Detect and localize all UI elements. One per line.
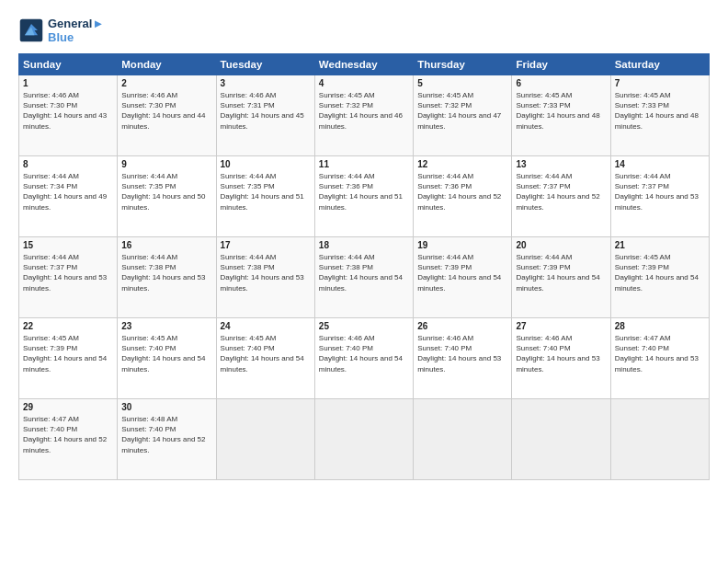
day-number: 4 bbox=[319, 78, 409, 88]
day-cell: 3Sunrise: 4:46 AMSunset: 7:31 PMDaylight… bbox=[216, 75, 314, 156]
day-info: Sunrise: 4:44 AMSunset: 7:37 PMDaylight:… bbox=[516, 171, 606, 213]
day-info: Sunrise: 4:46 AMSunset: 7:40 PMDaylight:… bbox=[417, 333, 507, 374]
day-cell: 2Sunrise: 4:46 AMSunset: 7:30 PMDaylight… bbox=[118, 75, 216, 156]
day-number: 8 bbox=[23, 159, 113, 169]
day-cell bbox=[314, 399, 413, 480]
day-number: 30 bbox=[121, 402, 211, 412]
day-cell: 27Sunrise: 4:46 AMSunset: 7:40 PMDayligh… bbox=[512, 318, 610, 399]
day-number: 11 bbox=[319, 159, 409, 169]
header-cell-friday: Friday bbox=[512, 54, 610, 75]
day-number: 10 bbox=[221, 159, 311, 169]
day-cell bbox=[512, 399, 610, 480]
day-cell bbox=[216, 399, 314, 480]
day-number: 17 bbox=[221, 240, 311, 250]
day-info: Sunrise: 4:44 AMSunset: 7:35 PMDaylight:… bbox=[121, 171, 211, 213]
day-cell: 18Sunrise: 4:44 AMSunset: 7:38 PMDayligh… bbox=[314, 237, 413, 318]
day-info: Sunrise: 4:44 AMSunset: 7:38 PMDaylight:… bbox=[121, 252, 211, 293]
day-info: Sunrise: 4:44 AMSunset: 7:36 PMDaylight:… bbox=[319, 171, 409, 213]
day-info: Sunrise: 4:48 AMSunset: 7:40 PMDaylight:… bbox=[121, 414, 211, 455]
day-number: 1 bbox=[23, 78, 113, 88]
day-number: 9 bbox=[121, 159, 211, 169]
day-info: Sunrise: 4:45 AMSunset: 7:33 PMDaylight:… bbox=[516, 90, 606, 132]
day-info: Sunrise: 4:46 AMSunset: 7:40 PMDaylight:… bbox=[516, 333, 606, 374]
day-cell: 21Sunrise: 4:45 AMSunset: 7:39 PMDayligh… bbox=[610, 237, 709, 318]
day-cell: 22Sunrise: 4:45 AMSunset: 7:39 PMDayligh… bbox=[19, 318, 118, 399]
day-number: 7 bbox=[615, 78, 705, 88]
day-number: 18 bbox=[319, 240, 409, 250]
header-cell-tuesday: Tuesday bbox=[216, 54, 314, 75]
day-info: Sunrise: 4:44 AMSunset: 7:35 PMDaylight:… bbox=[221, 171, 311, 213]
day-cell: 9Sunrise: 4:44 AMSunset: 7:35 PMDaylight… bbox=[118, 156, 216, 237]
day-info: Sunrise: 4:45 AMSunset: 7:40 PMDaylight:… bbox=[221, 333, 311, 374]
logo: General► Blue bbox=[18, 17, 104, 44]
day-number: 22 bbox=[23, 321, 113, 331]
day-cell: 13Sunrise: 4:44 AMSunset: 7:37 PMDayligh… bbox=[512, 156, 610, 237]
day-info: Sunrise: 4:47 AMSunset: 7:40 PMDaylight:… bbox=[615, 333, 705, 374]
day-cell: 6Sunrise: 4:45 AMSunset: 7:33 PMDaylight… bbox=[512, 75, 610, 156]
day-cell: 5Sunrise: 4:45 AMSunset: 7:32 PMDaylight… bbox=[414, 75, 512, 156]
day-number: 20 bbox=[516, 240, 606, 250]
day-number: 14 bbox=[615, 159, 705, 169]
day-cell: 12Sunrise: 4:44 AMSunset: 7:36 PMDayligh… bbox=[414, 156, 512, 237]
day-number: 28 bbox=[615, 321, 705, 331]
day-cell: 28Sunrise: 4:47 AMSunset: 7:40 PMDayligh… bbox=[610, 318, 709, 399]
day-cell: 1Sunrise: 4:46 AMSunset: 7:30 PMDaylight… bbox=[19, 75, 118, 156]
week-row-5: 29Sunrise: 4:47 AMSunset: 7:40 PMDayligh… bbox=[19, 399, 710, 480]
day-cell: 29Sunrise: 4:47 AMSunset: 7:40 PMDayligh… bbox=[19, 399, 118, 480]
day-cell: 23Sunrise: 4:45 AMSunset: 7:40 PMDayligh… bbox=[118, 318, 216, 399]
day-info: Sunrise: 4:45 AMSunset: 7:39 PMDaylight:… bbox=[615, 252, 705, 293]
day-number: 5 bbox=[417, 78, 507, 88]
day-cell: 25Sunrise: 4:46 AMSunset: 7:40 PMDayligh… bbox=[314, 318, 413, 399]
header-cell-thursday: Thursday bbox=[414, 54, 512, 75]
day-number: 6 bbox=[516, 78, 606, 88]
day-number: 24 bbox=[221, 321, 311, 331]
day-cell: 30Sunrise: 4:48 AMSunset: 7:40 PMDayligh… bbox=[118, 399, 216, 480]
day-info: Sunrise: 4:44 AMSunset: 7:38 PMDaylight:… bbox=[221, 252, 311, 293]
day-cell: 4Sunrise: 4:45 AMSunset: 7:32 PMDaylight… bbox=[314, 75, 413, 156]
day-info: Sunrise: 4:46 AMSunset: 7:31 PMDaylight:… bbox=[221, 90, 311, 132]
day-cell: 26Sunrise: 4:46 AMSunset: 7:40 PMDayligh… bbox=[414, 318, 512, 399]
week-row-1: 1Sunrise: 4:46 AMSunset: 7:30 PMDaylight… bbox=[19, 75, 710, 156]
day-number: 12 bbox=[417, 159, 507, 169]
day-cell: 11Sunrise: 4:44 AMSunset: 7:36 PMDayligh… bbox=[314, 156, 413, 237]
day-cell: 15Sunrise: 4:44 AMSunset: 7:37 PMDayligh… bbox=[19, 237, 118, 318]
day-number: 25 bbox=[319, 321, 409, 331]
day-info: Sunrise: 4:45 AMSunset: 7:39 PMDaylight:… bbox=[23, 333, 113, 374]
calendar-table: SundayMondayTuesdayWednesdayThursdayFrid… bbox=[18, 53, 710, 480]
day-info: Sunrise: 4:44 AMSunset: 7:37 PMDaylight:… bbox=[615, 171, 705, 213]
header-cell-wednesday: Wednesday bbox=[314, 54, 413, 75]
day-cell: 8Sunrise: 4:44 AMSunset: 7:34 PMDaylight… bbox=[19, 156, 118, 237]
day-info: Sunrise: 4:45 AMSunset: 7:32 PMDaylight:… bbox=[319, 90, 409, 132]
logo-icon bbox=[18, 17, 44, 43]
day-info: Sunrise: 4:44 AMSunset: 7:39 PMDaylight:… bbox=[417, 252, 507, 293]
calendar-header-row: SundayMondayTuesdayWednesdayThursdayFrid… bbox=[19, 54, 710, 75]
day-info: Sunrise: 4:44 AMSunset: 7:38 PMDaylight:… bbox=[319, 252, 409, 293]
day-info: Sunrise: 4:44 AMSunset: 7:39 PMDaylight:… bbox=[516, 252, 606, 293]
day-cell: 16Sunrise: 4:44 AMSunset: 7:38 PMDayligh… bbox=[118, 237, 216, 318]
header-cell-sunday: Sunday bbox=[19, 54, 118, 75]
day-number: 15 bbox=[23, 240, 113, 250]
day-info: Sunrise: 4:45 AMSunset: 7:32 PMDaylight:… bbox=[417, 90, 507, 132]
day-info: Sunrise: 4:44 AMSunset: 7:36 PMDaylight:… bbox=[417, 171, 507, 213]
day-number: 23 bbox=[121, 321, 211, 331]
day-cell: 24Sunrise: 4:45 AMSunset: 7:40 PMDayligh… bbox=[216, 318, 314, 399]
day-info: Sunrise: 4:45 AMSunset: 7:33 PMDaylight:… bbox=[615, 90, 705, 132]
header-cell-monday: Monday bbox=[118, 54, 216, 75]
day-number: 26 bbox=[417, 321, 507, 331]
calendar-body: 1Sunrise: 4:46 AMSunset: 7:30 PMDaylight… bbox=[19, 75, 710, 480]
day-cell: 20Sunrise: 4:44 AMSunset: 7:39 PMDayligh… bbox=[512, 237, 610, 318]
day-info: Sunrise: 4:44 AMSunset: 7:34 PMDaylight:… bbox=[23, 171, 113, 213]
day-info: Sunrise: 4:44 AMSunset: 7:37 PMDaylight:… bbox=[23, 252, 113, 293]
day-number: 19 bbox=[417, 240, 507, 250]
day-number: 3 bbox=[221, 78, 311, 88]
week-row-3: 15Sunrise: 4:44 AMSunset: 7:37 PMDayligh… bbox=[19, 237, 710, 318]
day-info: Sunrise: 4:45 AMSunset: 7:40 PMDaylight:… bbox=[121, 333, 211, 374]
day-number: 2 bbox=[121, 78, 211, 88]
day-number: 13 bbox=[516, 159, 606, 169]
day-info: Sunrise: 4:46 AMSunset: 7:40 PMDaylight:… bbox=[319, 333, 409, 374]
day-number: 27 bbox=[516, 321, 606, 331]
day-cell bbox=[610, 399, 709, 480]
day-info: Sunrise: 4:46 AMSunset: 7:30 PMDaylight:… bbox=[121, 90, 211, 132]
day-cell: 10Sunrise: 4:44 AMSunset: 7:35 PMDayligh… bbox=[216, 156, 314, 237]
day-cell: 14Sunrise: 4:44 AMSunset: 7:37 PMDayligh… bbox=[610, 156, 709, 237]
